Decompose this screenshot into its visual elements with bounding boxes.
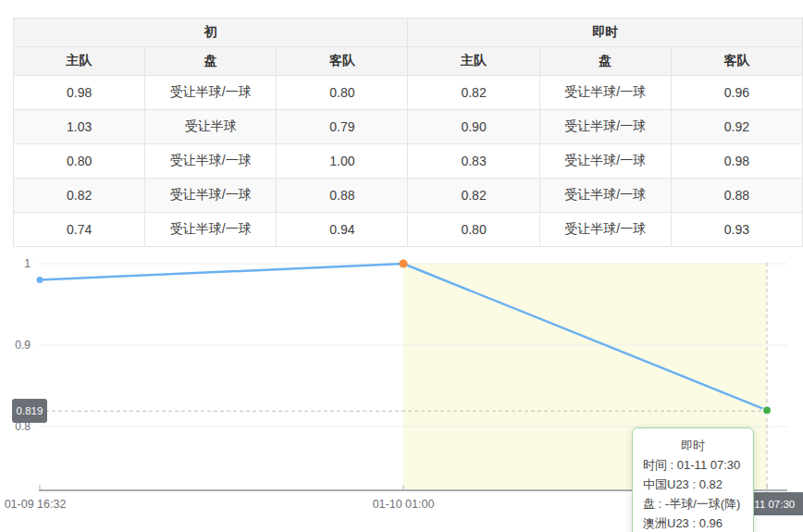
odds-cell: 0.74 <box>14 213 145 247</box>
y-axis-label: 1 <box>0 257 31 270</box>
column-header: 主队 <box>408 47 539 76</box>
tooltip-title: 即时 <box>643 436 743 455</box>
odds-cell: 1.00 <box>277 144 408 179</box>
odds-cell: 0.90 <box>408 110 539 144</box>
column-header: 盘 <box>539 47 671 76</box>
group-header-live: 即时 <box>408 19 803 47</box>
odds-cell: 0.80 <box>277 76 408 110</box>
odds-cell: 受让半球/一球 <box>145 179 277 213</box>
odds-cell: 0.92 <box>671 110 802 144</box>
data-point[interactable] <box>400 260 408 268</box>
odds-cell: 0.94 <box>277 213 408 247</box>
odds-cell: 0.82 <box>408 179 539 213</box>
odds-cell: 0.93 <box>671 213 802 247</box>
tooltip-line: 时间 : 01-11 07:30 <box>643 455 743 475</box>
odds-cell: 受让半球/一球 <box>145 144 277 179</box>
column-header: 客队 <box>671 47 802 76</box>
odds-cell: 受让半球/一球 <box>539 76 671 110</box>
y-axis-label: 0.9 <box>0 339 31 352</box>
odds-cell: 受让半球/一球 <box>539 213 671 247</box>
odds-table: 初即时主队盘客队主队盘客队0.98受让半球/一球0.800.82受让半球/一球0… <box>13 18 803 247</box>
odds-cell: 0.88 <box>671 179 802 213</box>
odds-cell: 0.88 <box>277 179 408 213</box>
odds-cell: 受让半球/一球 <box>145 76 277 110</box>
y-axis-pointer-badge: 0.819 <box>12 399 47 423</box>
odds-cell: 0.82 <box>408 76 539 110</box>
data-point[interactable] <box>763 406 772 414</box>
tooltip-line: 中国U23 : 0.82 <box>643 475 743 494</box>
odds-cell: 0.80 <box>14 144 145 179</box>
column-header: 主队 <box>14 47 145 76</box>
odds-cell: 0.82 <box>14 179 145 213</box>
chart-tooltip: 即时 时间 : 01-11 07:30中国U23 : 0.82盘 : -半球/一… <box>632 427 754 532</box>
odds-cell: 受让半球/一球 <box>539 179 671 213</box>
odds-cell: 0.98 <box>671 144 802 179</box>
x-axis-label: 01-09 16:32 <box>5 498 67 511</box>
table-row: 0.80受让半球/一球1.000.83受让半球/一球0.98 <box>14 144 803 179</box>
odds-cell: 受让半球/一球 <box>145 213 277 247</box>
tooltip-line: 澳洲U23 : 0.96 <box>643 513 743 532</box>
column-header: 客队 <box>277 47 408 76</box>
data-point[interactable] <box>37 277 43 283</box>
table-row: 0.98受让半球/一球0.800.82受让半球/一球0.96 <box>14 76 803 110</box>
odds-page: 初即时主队盘客队主队盘客队0.98受让半球/一球0.800.82受让半球/一球0… <box>0 0 803 532</box>
odds-cell: 0.83 <box>408 144 539 179</box>
odds-cell: 0.96 <box>671 76 802 110</box>
tooltip-line: 盘 : -半球/一球(降) <box>643 494 743 513</box>
group-header-initial: 初 <box>14 19 408 47</box>
table-row: 0.74受让半球/一球0.940.80受让半球/一球0.93 <box>14 213 803 247</box>
table-row: 0.82受让半球/一球0.880.82受让半球/一球0.88 <box>14 179 803 213</box>
x-axis-label: 01-10 01:00 <box>373 498 435 511</box>
odds-cell: 受让半球/一球 <box>539 144 671 179</box>
table-row: 1.03受让半球0.790.90受让半球/一球0.92 <box>14 110 803 144</box>
odds-cell: 0.98 <box>14 76 145 110</box>
odds-cell: 1.03 <box>14 110 145 144</box>
odds-cell: 受让半球 <box>145 110 277 144</box>
odds-cell: 受让半球/一球 <box>539 110 671 144</box>
tooltip-lines: 时间 : 01-11 07:30中国U23 : 0.82盘 : -半球/一球(降… <box>643 455 743 532</box>
column-header: 盘 <box>145 47 277 76</box>
odds-cell: 0.80 <box>408 213 539 247</box>
odds-cell: 0.79 <box>277 110 408 144</box>
